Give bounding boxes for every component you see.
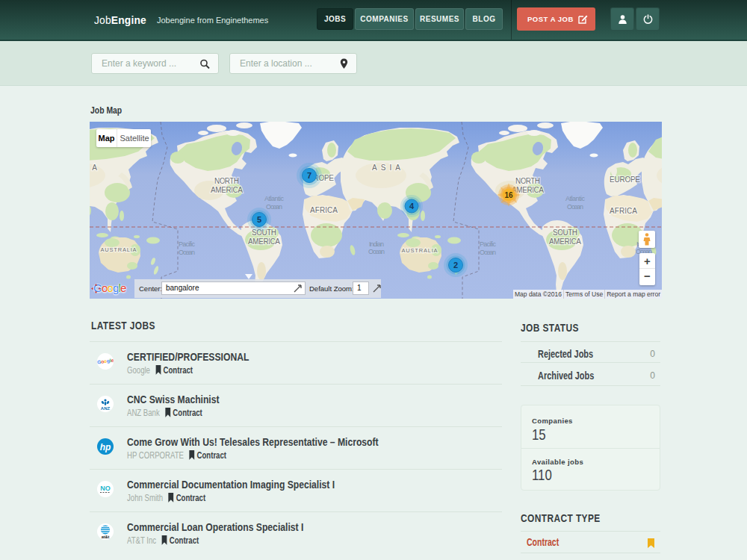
svg-text:NO: NO: [100, 485, 111, 492]
svg-text:Pacific: Pacific: [480, 240, 497, 248]
svg-text:hp: hp: [100, 442, 111, 452]
svg-text:AMERICA: AMERICA: [211, 186, 244, 194]
svg-text:SOUTH: SOUTH: [553, 228, 578, 237]
svg-text:AMERICA: AMERICA: [248, 237, 281, 246]
svg-text:at&t: at&t: [102, 535, 110, 539]
svg-text:Pacific: Pacific: [179, 240, 196, 248]
svg-text:5: 5: [257, 215, 261, 224]
svg-text:7: 7: [307, 171, 311, 180]
svg-text:AUSTRALIA: AUSTRALIA: [101, 246, 137, 253]
svg-text:Ocean: Ocean: [368, 248, 385, 255]
svg-text:ASIA: ASIA: [372, 164, 402, 172]
svg-text:AFRICA: AFRICA: [310, 206, 338, 214]
svg-text:AUSTRALIA: AUSTRALIA: [402, 247, 438, 254]
svg-text:AMERICA: AMERICA: [549, 237, 582, 246]
svg-text:Indian: Indian: [369, 240, 384, 248]
svg-text:Ocean: Ocean: [480, 249, 496, 256]
svg-text:ANZ: ANZ: [101, 406, 111, 411]
svg-text:Ocean: Ocean: [179, 249, 195, 256]
svg-text:EUROPE: EUROPE: [610, 175, 641, 184]
svg-text:2: 2: [453, 261, 458, 270]
svg-text:Atlantic: Atlantic: [565, 195, 586, 202]
svg-text:4: 4: [409, 202, 415, 211]
svg-text:NORTH: NORTH: [515, 177, 541, 185]
svg-text:Atlantic: Atlantic: [264, 195, 285, 202]
svg-text:16: 16: [504, 191, 513, 199]
svg-text:Ocean: Ocean: [567, 203, 583, 211]
svg-text:AFRICA: AFRICA: [610, 207, 638, 215]
svg-text:NORTH: NORTH: [214, 177, 240, 185]
svg-text:Ocean: Ocean: [266, 203, 282, 211]
